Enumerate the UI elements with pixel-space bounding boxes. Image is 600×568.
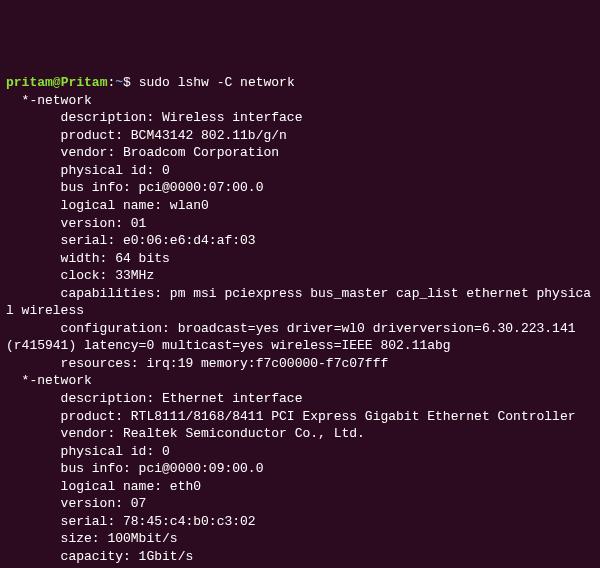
prompt-at: @ — [53, 75, 61, 90]
net1-bus-info: bus info: pci@0000:07:00.0 — [6, 180, 263, 195]
prompt-symbol: $ — [123, 75, 131, 90]
net2-serial: serial: 78:45:c4:b0:c3:02 — [6, 514, 256, 529]
net2-size: size: 100Mbit/s — [6, 531, 178, 546]
net2-version: version: 07 — [6, 496, 146, 511]
net1-configuration: configuration: broadcast=yes driver=wl0 … — [6, 321, 583, 354]
net1-product: product: BCM43142 802.11b/g/n — [6, 128, 287, 143]
net1-clock: clock: 33MHz — [6, 268, 154, 283]
net2-product: product: RTL8111/8168/8411 PCI Express G… — [6, 409, 576, 424]
net1-physical-id: physical id: 0 — [6, 163, 170, 178]
net2-description: description: Ethernet interface — [6, 391, 302, 406]
net2-header: *-network — [6, 373, 92, 388]
prompt-path: ~ — [115, 75, 123, 90]
net1-logical-name: logical name: wlan0 — [6, 198, 209, 213]
net1-capabilities: capabilities: pm msi pciexpress bus_mast… — [6, 286, 591, 319]
net1-version: version: 01 — [6, 216, 146, 231]
net2-logical-name: logical name: eth0 — [6, 479, 201, 494]
net2-physical-id: physical id: 0 — [6, 444, 170, 459]
net1-serial: serial: e0:06:e6:d4:af:03 — [6, 233, 256, 248]
prompt-user: pritam — [6, 75, 53, 90]
net1-description: description: Wireless interface — [6, 110, 302, 125]
command-input[interactable]: sudo lshw -C network — [139, 75, 295, 90]
net1-vendor: vendor: Broadcom Corporation — [6, 145, 279, 160]
net2-bus-info: bus info: pci@0000:09:00.0 — [6, 461, 263, 476]
prompt-host: Pritam — [61, 75, 108, 90]
net1-resources: resources: irq:19 memory:f7c00000-f7c07f… — [6, 356, 388, 371]
net1-header: *-network — [6, 93, 92, 108]
net2-capacity: capacity: 1Gbit/s — [6, 549, 193, 564]
net1-width: width: 64 bits — [6, 251, 170, 266]
net2-vendor: vendor: Realtek Semiconductor Co., Ltd. — [6, 426, 365, 441]
